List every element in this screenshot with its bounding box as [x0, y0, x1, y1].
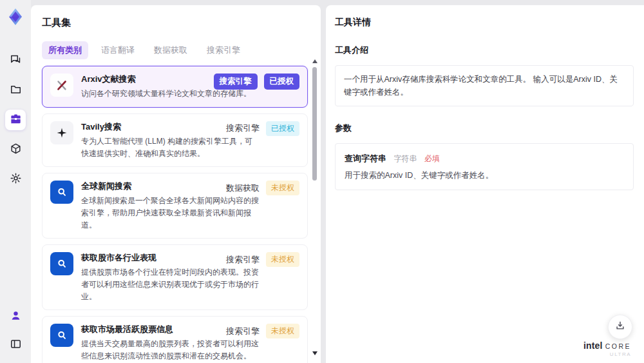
auth-status-badge: 已授权 [264, 74, 300, 90]
tool-description: 全球新闻搜索是一个聚合全球各大新闻网站内容的搜索引擎，帮助用户快速获取全球最新资… [81, 195, 259, 231]
tool-list-panel: 工具集 所有类别 语言翻译 数据获取 搜索引擎 Arxiv文献搜索 访问各个研究… [31, 5, 321, 363]
toolbox-icon [10, 113, 22, 128]
arxiv-logo-icon [50, 74, 73, 97]
app-logo-icon [5, 6, 26, 27]
intel-brand-text: intel [583, 340, 603, 351]
category-badge: 搜索引擎 [226, 123, 260, 134]
parameter-item: 查询字符串 字符串 必填 用于搜索的Arxiv ID、关键字或作者姓名。 [335, 143, 634, 190]
detail-panel-title: 工具详情 [335, 17, 634, 28]
cube-icon [10, 142, 22, 157]
tool-detail-panel: 工具详情 工具介绍 一个用于从Arxiv存储库搜索科学论文和文章的工具。 输入可… [326, 5, 644, 363]
parameter-description: 用于搜索的Arxiv ID、关键字或作者姓名。 [345, 170, 624, 181]
params-heading: 参数 [335, 123, 634, 134]
sidebar-item-models[interactable] [5, 139, 26, 160]
avatar-icon [10, 309, 22, 324]
settings-icon [10, 172, 22, 187]
intel-product-text: core [605, 342, 631, 350]
tool-card-active-stocks[interactable]: 获取市场最活跃股票信息 提供当天交易量最高的股票列表，投资者可以利用这些信息来识… [42, 316, 308, 363]
list-scrollbar [312, 59, 317, 355]
parameter-type: 字符串 [393, 154, 417, 163]
tool-card-stock-sectors[interactable]: 获取股市各行业表现 提供股票市场各个行业在特定时间段内的表现。投资者可以利用这些… [42, 244, 308, 310]
download-icon [614, 320, 626, 334]
sidebar-item-account[interactable] [5, 306, 26, 327]
tab-language-translation[interactable]: 语言翻译 [95, 41, 141, 59]
panel-toggle-icon [10, 338, 22, 353]
parameter-name: 查询字符串 [345, 153, 386, 163]
tavily-star-icon [50, 121, 73, 144]
chat-icon [10, 54, 22, 68]
folder-icon [10, 83, 22, 98]
auth-status-badge: 未授权 [266, 181, 299, 195]
stock-search-icon [50, 324, 73, 347]
download-button[interactable] [608, 315, 632, 339]
scroll-up-arrow-icon[interactable] [312, 59, 317, 63]
category-badge: 数据获取 [226, 182, 260, 194]
sidebar-bottom [5, 306, 26, 355]
stock-search-icon [50, 252, 73, 275]
tool-list: Arxiv文献搜索 访问各个研究领域大量科学论文和文章的存储库。 搜索引擎 已授… [42, 66, 308, 363]
tab-search-engine[interactable]: 搜索引擎 [200, 41, 247, 59]
tool-description: 提供当天交易量最高的股票列表，投资者可以利用这些信息来识别流动性强的股票和潜在的… [81, 338, 259, 362]
category-badge: 搜索引擎 [214, 74, 258, 90]
parameter-required-badge: 必填 [424, 154, 440, 163]
category-badge: 搜索引擎 [226, 254, 260, 266]
intel-tier-text: Ultra [583, 352, 631, 358]
sidebar-item-tools[interactable] [5, 110, 26, 130]
scrollbar-thumb[interactable] [312, 67, 317, 181]
tool-card-arxiv[interactable]: Arxiv文献搜索 访问各个研究领域大量科学论文和文章的存储库。 搜索引擎 已授… [42, 66, 308, 108]
tool-card-tavily[interactable]: Tavily搜索 专为人工智能代理 (LLM) 构建的搜索引擎工具，可快速提供实… [42, 113, 308, 167]
category-badge: 搜索引擎 [226, 326, 260, 337]
tool-description: 专为人工智能代理 (LLM) 构建的搜索引擎工具，可快速提供实时、准确和真实的结… [81, 135, 259, 159]
sidebar-nav [5, 50, 26, 190]
tool-intro-box: 一个用于从Arxiv存储库搜索科学论文和文章的工具。 输入可以是Arxiv ID… [335, 65, 634, 106]
scroll-down-arrow-icon[interactable] [312, 351, 317, 355]
sidebar [0, 0, 31, 363]
sidebar-item-settings[interactable] [5, 169, 26, 190]
tab-all-categories[interactable]: 所有类别 [42, 41, 88, 59]
tool-card-global-news[interactable]: 全球新闻搜索 全球新闻搜索是一个聚合全球各大新闻网站内容的搜索引擎，帮助用户快速… [42, 173, 308, 239]
intel-core-logo: intelcore Ultra [583, 340, 631, 358]
intro-heading: 工具介绍 [335, 44, 634, 56]
auth-status-badge: 未授权 [266, 324, 299, 338]
auth-status-badge: 已授权 [266, 121, 299, 136]
sidebar-item-chat[interactable] [5, 50, 26, 71]
sidebar-collapse-toggle[interactable] [5, 335, 26, 355]
tab-data-fetch[interactable]: 数据获取 [147, 41, 194, 59]
news-search-icon [50, 181, 73, 204]
page-title: 工具集 [42, 17, 308, 29]
category-tabs: 所有类别 语言翻译 数据获取 搜索引擎 [42, 41, 308, 59]
auth-status-badge: 未授权 [266, 252, 299, 267]
tool-description: 提供股票市场各个行业在特定时间段内的表现。投资者可以利用这些信息来识别表现优于或… [81, 266, 259, 302]
sidebar-item-files[interactable] [5, 80, 26, 101]
